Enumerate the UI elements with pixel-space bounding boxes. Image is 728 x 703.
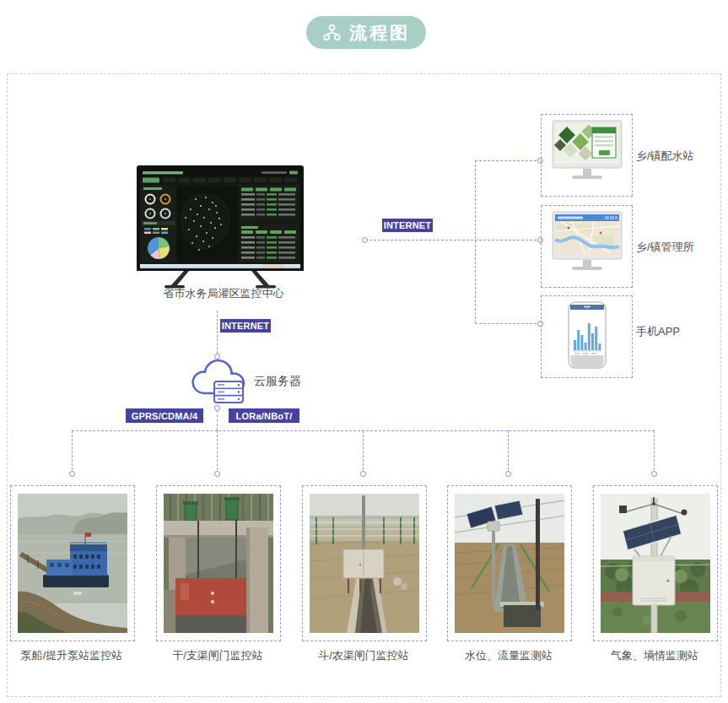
photo-field-gate bbox=[310, 494, 419, 633]
drop-line-station-4 bbox=[508, 430, 509, 470]
client-box-management-office bbox=[541, 205, 633, 288]
connector-dot bbox=[360, 471, 366, 477]
drop-line-station-3 bbox=[363, 430, 364, 470]
connector-dot bbox=[505, 471, 511, 477]
cloud-server-icon bbox=[189, 355, 250, 406]
connector-to-client-1 bbox=[475, 160, 541, 161]
station-box-flow-monitor bbox=[447, 485, 572, 641]
internet-link-down-badge: INTERNET bbox=[220, 319, 271, 333]
desktop-monitor-collage bbox=[552, 120, 623, 182]
station-label-pump-boat: 泵船/提升泵站监控站 bbox=[0, 648, 143, 663]
connector-dot bbox=[69, 471, 75, 477]
drop-line-station-1 bbox=[72, 430, 73, 470]
client-label-mobile-app: 手机APP bbox=[636, 324, 680, 339]
connector-monitor-to-clients bbox=[365, 240, 541, 241]
station-box-field-gate bbox=[302, 485, 427, 641]
client-box-water-distribution bbox=[541, 114, 633, 197]
title-badge-label: 流程图 bbox=[349, 21, 410, 45]
client-box-mobile-app bbox=[541, 295, 633, 378]
client-label-management-office: 乡/镇管理所 bbox=[636, 240, 694, 255]
photo-weather-station bbox=[601, 494, 710, 633]
dashboard-pie-chart bbox=[148, 237, 170, 259]
station-label-field-gate: 斗/农渠闸门监控站 bbox=[292, 648, 435, 663]
station-label-weather: 气象、墒情监测站 bbox=[583, 648, 726, 663]
connector-cloud-to-trunk bbox=[217, 410, 218, 430]
desktop-monitor-map bbox=[552, 211, 623, 273]
photo-pump-boat bbox=[18, 494, 127, 633]
clients-trunk-line bbox=[475, 160, 476, 323]
cloud-server bbox=[189, 355, 250, 409]
control-center-monitor bbox=[137, 165, 304, 294]
dashboard-screen bbox=[137, 165, 304, 290]
smartphone-chart bbox=[568, 301, 607, 370]
station-label-flow: 水位、流量监测站 bbox=[437, 648, 580, 663]
client-label-water-distribution: 乡/镇配水站 bbox=[636, 149, 694, 164]
internet-link-right-badge: INTERNET bbox=[382, 219, 433, 232]
connector-dot bbox=[651, 471, 657, 477]
station-box-canal-gate bbox=[156, 485, 281, 641]
cloud-server-label: 云服务器 bbox=[254, 374, 301, 389]
title-badge: 流程图 bbox=[306, 16, 426, 49]
control-center-label: 省市水务局灌区监控中心 bbox=[118, 286, 329, 301]
lora-link-badge: LORa/NBoT/ bbox=[229, 408, 299, 423]
flowchart-icon bbox=[322, 23, 342, 42]
connector-dot bbox=[214, 471, 220, 477]
gprs-link-badge: GPRS/CDMA/4 bbox=[126, 408, 203, 423]
station-label-canal-gate: 干/支渠闸门监控站 bbox=[146, 648, 289, 663]
connector-dot bbox=[362, 237, 368, 243]
connector-to-client-3 bbox=[475, 323, 541, 324]
connector-monitor-to-cloud bbox=[217, 311, 218, 354]
station-box-weather bbox=[593, 485, 718, 641]
drop-line-station-5 bbox=[654, 430, 655, 470]
flow-diagram-stage: 流程图 bbox=[0, 0, 728, 703]
station-box-pump-boat bbox=[10, 485, 135, 641]
photo-canal-gate bbox=[164, 494, 273, 633]
drop-line-station-2 bbox=[217, 430, 218, 470]
photo-flow-station bbox=[455, 494, 564, 633]
